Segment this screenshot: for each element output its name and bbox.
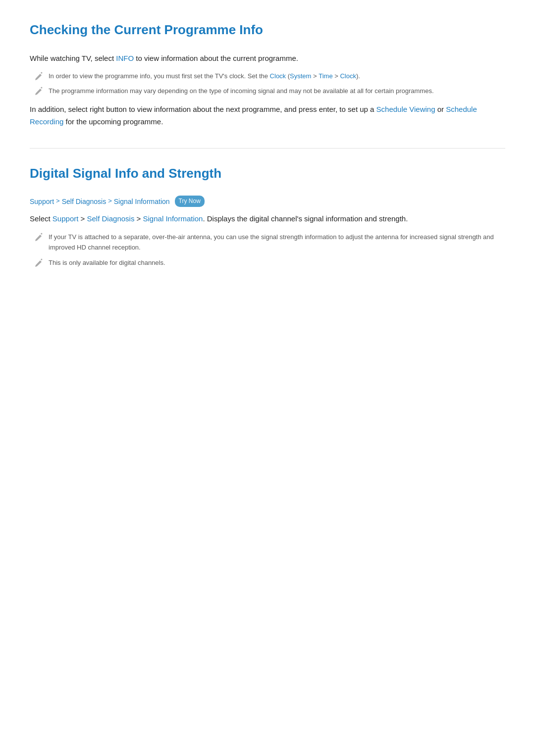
self-diagnosis-link[interactable]: Self Diagnosis: [87, 214, 135, 223]
section1-body: In addition, select right button to view…: [30, 103, 505, 128]
breadcrumb-self-diagnosis[interactable]: Self Diagnosis: [62, 196, 107, 207]
intro-prefix: While watching TV, select: [30, 54, 116, 62]
pencil-icon-4: [35, 258, 44, 267]
signal-information-link[interactable]: Signal Information: [143, 214, 203, 223]
clock-link[interactable]: Clock: [270, 72, 286, 80]
support-link[interactable]: Support: [53, 214, 79, 223]
note-item-1: In order to view the programme info, you…: [30, 71, 505, 82]
breadcrumb: Support > Self Diagnosis > Signal Inform…: [30, 196, 505, 207]
breadcrumb-sep-2: >: [108, 196, 112, 206]
section1-notes: In order to view the programme info, you…: [30, 71, 505, 97]
section2-title: Digital Signal Info and Strength: [30, 163, 505, 187]
breadcrumb-support[interactable]: Support: [30, 196, 54, 207]
note1-text: In order to view the programme info, you…: [49, 71, 360, 82]
system-link[interactable]: System: [290, 72, 311, 80]
time-link[interactable]: Time: [319, 72, 332, 80]
note-item-2: The programme information may vary depen…: [30, 86, 505, 97]
info-link[interactable]: INFO: [116, 54, 134, 62]
section-digital-signal: Digital Signal Info and Strength Support…: [30, 163, 505, 268]
section-divider: [30, 148, 505, 149]
clock-link-2[interactable]: Clock: [340, 72, 356, 80]
section2-body: Select Support > Self Diagnosis > Signal…: [30, 213, 505, 225]
note4-text: This is only available for digital chann…: [49, 258, 165, 268]
note3-text: If your TV is attached to a separate, ov…: [49, 232, 505, 253]
pencil-icon-2: [35, 87, 44, 96]
intro-suffix: to view information about the current pr…: [134, 54, 298, 62]
note-item-3: If your TV is attached to a separate, ov…: [30, 232, 505, 253]
try-now-badge[interactable]: Try Now: [175, 196, 205, 207]
breadcrumb-sep-1: >: [56, 196, 60, 206]
section1-title: Checking the Current Programme Info: [30, 20, 505, 44]
pencil-icon-3: [35, 233, 44, 242]
note2-text: The programme information may vary depen…: [49, 86, 434, 97]
section2-notes: If your TV is attached to a separate, ov…: [30, 232, 505, 268]
section1-intro: While watching TV, select INFO to view i…: [30, 52, 505, 64]
note-item-4: This is only available for digital chann…: [30, 258, 505, 268]
pencil-icon-1: [35, 72, 44, 81]
section-programme-info: Checking the Current Programme Info Whil…: [30, 20, 505, 128]
breadcrumb-signal-information[interactable]: Signal Information: [114, 196, 170, 207]
schedule-viewing-link[interactable]: Schedule Viewing: [376, 105, 435, 113]
